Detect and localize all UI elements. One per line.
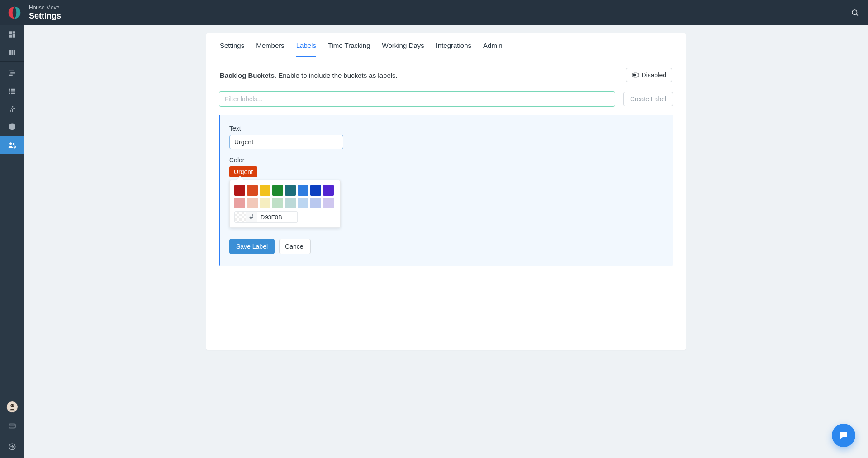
tab-admin[interactable]: Admin [483,42,503,57]
backlog-buckets-row: Backlog Buckets. Enable to include the b… [213,63,679,87]
hex-input[interactable] [257,211,298,223]
project-name[interactable]: House Move [29,5,61,11]
svg-rect-17 [11,93,15,94]
search-icon[interactable] [851,0,859,25]
label-editor: Text Color Urgent # Save Label Cancel [219,115,673,266]
nav-dashboard[interactable] [0,25,24,43]
nav-logout[interactable] [0,435,24,458]
svg-point-0 [852,10,857,15]
color-preview-chip[interactable]: Urgent [229,166,257,177]
svg-rect-5 [9,35,12,38]
svg-rect-7 [11,50,13,55]
color-swatch[interactable] [310,198,321,208]
color-swatch[interactable] [234,198,245,208]
tab-time-tracking[interactable]: Time Tracking [328,42,370,57]
svg-rect-6 [9,50,11,55]
chat-fab[interactable] [832,424,855,447]
tab-labels[interactable]: Labels [296,42,316,57]
toggle-off-icon [632,72,639,78]
tab-integrations[interactable]: Integrations [436,42,471,57]
svg-rect-16 [9,93,10,94]
svg-rect-2 [9,31,12,34]
color-picker-popup: # [229,180,341,228]
svg-rect-4 [12,34,15,38]
color-field-label: Color [229,156,664,164]
nav-timeline[interactable] [0,64,24,82]
svg-rect-10 [10,72,15,73]
transparency-thumb[interactable] [234,211,246,223]
svg-point-20 [9,142,12,145]
color-swatch[interactable] [323,198,334,208]
backlog-toggle-button[interactable]: Disabled [626,68,672,82]
backlog-buckets-title: Backlog Buckets [220,71,275,79]
nav-database[interactable] [0,118,24,136]
nav-billing[interactable] [0,417,24,435]
tab-settings[interactable]: Settings [220,42,244,57]
svg-point-32 [633,74,635,76]
settings-card: Settings Members Labels Time Tracking Wo… [206,33,686,350]
nav-list[interactable] [0,82,24,100]
color-swatch[interactable] [285,198,296,208]
color-swatch[interactable] [272,185,283,196]
left-sidebar [0,25,24,458]
backlog-buckets-desc: . Enable to include the buckets as label… [275,71,398,79]
logo [5,4,24,21]
backlog-toggle-label: Disabled [642,71,666,79]
svg-rect-13 [11,89,15,90]
color-swatch[interactable] [323,185,334,196]
text-field-label: Text [229,125,664,132]
svg-rect-12 [9,89,10,90]
save-label-button[interactable]: Save Label [229,239,275,254]
tab-working-days[interactable]: Working Days [382,42,424,57]
color-swatch[interactable] [260,185,270,196]
app-header: House Move Settings [0,0,868,25]
color-swatch[interactable] [260,198,270,208]
svg-point-25 [11,405,12,406]
color-swatch[interactable] [247,185,258,196]
settings-tabs: Settings Members Labels Time Tracking Wo… [213,33,679,57]
nav-team-settings[interactable] [0,136,24,154]
color-swatch[interactable] [285,185,296,196]
svg-point-22 [14,146,15,148]
color-swatch[interactable] [247,198,258,208]
svg-point-18 [12,106,13,107]
color-swatch[interactable] [310,185,321,196]
svg-rect-3 [12,31,15,33]
color-swatch[interactable] [298,198,308,208]
nav-boards[interactable] [0,43,24,61]
svg-rect-8 [14,50,15,55]
tab-members[interactable]: Members [256,42,285,57]
svg-rect-15 [11,90,15,91]
label-text-input[interactable] [229,135,343,149]
user-avatar[interactable] [0,397,24,417]
cancel-button[interactable]: Cancel [279,239,311,254]
svg-line-1 [856,14,858,15]
color-swatch[interactable] [272,198,283,208]
filter-labels-input[interactable] [219,91,615,107]
svg-rect-11 [9,75,13,76]
svg-point-21 [13,143,14,145]
color-swatch[interactable] [298,185,308,196]
main-content: Settings Members Labels Time Tracking Wo… [24,25,868,458]
svg-rect-27 [9,424,15,428]
hash-symbol: # [246,211,257,223]
page-title: Settings [29,11,61,21]
nav-sprint[interactable] [0,100,24,118]
svg-rect-14 [9,90,10,91]
color-swatch[interactable] [234,185,245,196]
svg-point-26 [12,405,13,406]
create-label-button[interactable]: Create Label [623,92,673,106]
svg-rect-9 [9,71,14,71]
